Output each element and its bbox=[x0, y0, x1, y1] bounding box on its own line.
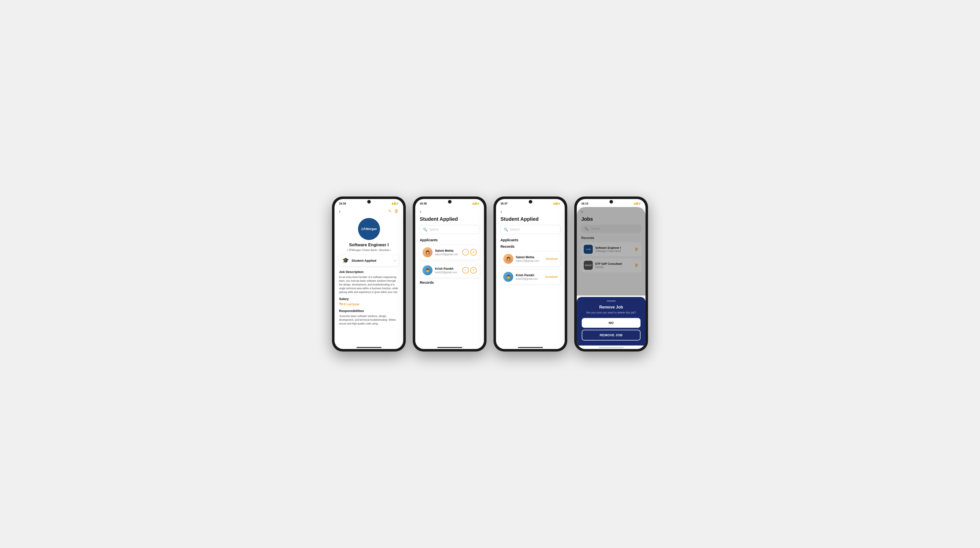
records-label-3: Records bbox=[496, 244, 565, 249]
status-icons-4: ⚠️📶🔋 bbox=[633, 202, 641, 205]
search-icon-3: 🔍 bbox=[504, 228, 508, 231]
phone-2-content: ‹ Student Applied 🔍 Search Applicants 👩 … bbox=[415, 207, 484, 346]
phone-3-page-header: ‹ bbox=[496, 207, 565, 215]
home-indicator-3 bbox=[518, 347, 543, 348]
phone-4: 16:13 ⚠️📶🔋 ‹ Jobs 🔍 Search Records bbox=[574, 196, 648, 352]
applicants-label-2: Applicants bbox=[415, 238, 484, 242]
phone-2-page-header: ‹ bbox=[415, 207, 484, 215]
phone-3-screen: 16:37 ⚠️📶🔋 ‹ Student Applied 🔍 Search Ap… bbox=[496, 199, 565, 349]
dim-overlay bbox=[577, 207, 646, 295]
job-description-text: As an entry-level member of a software e… bbox=[334, 275, 403, 294]
page-title-2: Student Applied bbox=[415, 215, 484, 225]
search-placeholder-2: Search bbox=[429, 228, 439, 231]
status-declined-1: Declined bbox=[546, 257, 557, 260]
student-emoji-icon: 🎓 bbox=[342, 257, 349, 264]
remove-job-modal: Remove Job Are you sure you want to dele… bbox=[577, 297, 646, 346]
record-info-1: Saloni Mehta saloni19@gmail.com bbox=[516, 255, 544, 262]
record-email-1: saloni19@gmail.com bbox=[516, 260, 544, 262]
status-accepted-2: Accepted bbox=[545, 275, 557, 278]
record-email-2: krish20@gmail.com bbox=[516, 277, 542, 280]
decline-button-2[interactable]: ✕ bbox=[470, 267, 477, 274]
camera-notch-2 bbox=[448, 200, 452, 204]
phone-1-header: ‹ ✎ 🗑 bbox=[334, 207, 403, 217]
status-icons-2: ⚠️📶🔋 bbox=[472, 202, 479, 205]
student-applied-left: 🎓 Student Applied bbox=[342, 257, 376, 264]
jobs-content: ‹ Jobs 🔍 Search Records J.P.M Software E… bbox=[577, 207, 646, 346]
student-applied-label: Student Applied bbox=[352, 259, 376, 263]
applicant-email-1: saloni19@gmail.com bbox=[435, 253, 460, 256]
applicant-card-2: 👨 Krish Parekh krish20@gmail.com ✓ ✕ bbox=[419, 263, 480, 278]
status-time-2: 16:36 bbox=[420, 202, 427, 205]
record-info-2: Krish Parekh krish20@gmail.com bbox=[516, 274, 542, 280]
status-icons-1: ⚠️📶🔋 bbox=[391, 202, 399, 205]
records-label-2: Records bbox=[415, 280, 484, 285]
home-indicator-1 bbox=[356, 347, 382, 348]
job-title: Software Engineer I bbox=[334, 242, 403, 247]
salary-amount: ₹8.0 Lac/year bbox=[334, 302, 403, 306]
applicant-email-2: krish20@gmail.com bbox=[435, 271, 460, 274]
phone-1: 16:34 ⚠️📶🔋 ‹ ✎ 🗑 J.P.Morgan Softwar bbox=[332, 196, 406, 352]
back-button-2[interactable]: ‹ bbox=[420, 209, 421, 214]
phone-1-screen: 16:34 ⚠️📶🔋 ‹ ✎ 🗑 J.P.Morgan Softwar bbox=[334, 199, 403, 349]
remove-job-button[interactable]: REMOVE JOB bbox=[582, 330, 641, 341]
home-indicator-2 bbox=[437, 347, 462, 348]
no-button[interactable]: NO bbox=[582, 318, 641, 328]
applicant-name-2: Krish Parekh bbox=[435, 267, 460, 271]
search-box-3[interactable]: 🔍 Search bbox=[500, 225, 561, 234]
applicant-card-1: 👩 Saloni Mehta saloni19@gmail.com ✓ ✕ bbox=[419, 244, 480, 260]
modal-subtitle: Are you sure you want to delete this job… bbox=[582, 311, 641, 314]
salary-title: Salary bbox=[334, 297, 403, 301]
record-card-2: 👨 Krish Parekh krish20@gmail.com Accepte… bbox=[500, 269, 561, 285]
job-description-title: Job Description bbox=[334, 270, 403, 274]
record-name-1: Saloni Mehta bbox=[516, 255, 544, 259]
chevron-right-icon: › bbox=[394, 258, 396, 263]
phone-1-content: ‹ ✎ 🗑 J.P.Morgan Software Engineer I • J… bbox=[334, 207, 403, 346]
camera-notch-4 bbox=[609, 200, 613, 204]
modal-handle bbox=[607, 301, 616, 301]
company-logo-container: J.P.Morgan bbox=[334, 218, 403, 240]
responsibilities-title: Responsibilities bbox=[334, 309, 403, 313]
accept-button-1[interactable]: ✓ bbox=[462, 249, 469, 255]
edit-icon-1[interactable]: ✎ bbox=[388, 209, 392, 214]
modal-title: Remove Job bbox=[582, 305, 641, 309]
record-name-2: Krish Parekh bbox=[516, 274, 542, 277]
home-indicator-4 bbox=[599, 347, 624, 348]
decline-button-1[interactable]: ✕ bbox=[470, 249, 477, 255]
status-time-1: 16:34 bbox=[339, 202, 346, 205]
phone-2-screen: 16:36 ⚠️📶🔋 ‹ Student Applied 🔍 Search Ap… bbox=[415, 199, 484, 349]
search-box-2[interactable]: 🔍 Search bbox=[419, 225, 480, 234]
applicant-actions-1: ✓ ✕ bbox=[462, 249, 477, 255]
applicants-label-3: Applicants bbox=[496, 238, 565, 242]
responsibilities-text: -Executes basic software solutions, desi… bbox=[334, 314, 403, 325]
avatar-saloni-2: 👩 bbox=[423, 247, 433, 257]
phone-4-screen: 16:13 ⚠️📶🔋 ‹ Jobs 🔍 Search Records bbox=[577, 199, 646, 349]
accept-button-2[interactable]: ✓ bbox=[462, 267, 469, 274]
applicant-actions-2: ✓ ✕ bbox=[462, 267, 477, 274]
avatar-krish-3: 👨 bbox=[503, 272, 513, 282]
avatar-krish-2: 👨 bbox=[423, 265, 433, 275]
avatar-saloni-3: 👩 bbox=[503, 254, 513, 264]
search-icon-2: 🔍 bbox=[423, 228, 427, 231]
screenshot-container: 16:34 ⚠️📶🔋 ‹ ✎ 🗑 J.P.Morgan Softwar bbox=[332, 196, 648, 352]
record-card-1: 👩 Saloni Mehta saloni19@gmail.com Declin… bbox=[500, 251, 561, 266]
camera-notch-1 bbox=[367, 200, 371, 204]
job-company: • JPMorgan Chase Bank • Mumbai • bbox=[334, 249, 403, 252]
applicant-name-1: Saloni Mehta bbox=[435, 249, 460, 253]
back-button-3[interactable]: ‹ bbox=[501, 209, 502, 214]
delete-icon-1[interactable]: 🗑 bbox=[394, 209, 399, 214]
applicant-info-2: Krish Parekh krish20@gmail.com bbox=[435, 267, 460, 274]
status-time-4: 16:13 bbox=[581, 202, 588, 205]
phone-3-content: ‹ Student Applied 🔍 Search Applicants Re… bbox=[496, 207, 565, 346]
applicant-info-1: Saloni Mehta saloni19@gmail.com bbox=[435, 249, 460, 256]
search-placeholder-3: Search bbox=[510, 228, 520, 231]
header-actions-1: ✎ 🗑 bbox=[388, 209, 399, 214]
phone-2: 16:36 ⚠️📶🔋 ‹ Student Applied 🔍 Search Ap… bbox=[413, 196, 487, 352]
back-button-1[interactable]: ‹ bbox=[339, 209, 340, 214]
camera-notch-3 bbox=[529, 200, 532, 204]
company-logo: J.P.Morgan bbox=[358, 218, 380, 240]
status-icons-3: ⚠️📶🔋 bbox=[553, 202, 560, 205]
page-title-3: Student Applied bbox=[496, 215, 565, 225]
status-time-3: 16:37 bbox=[501, 202, 508, 205]
student-applied-card[interactable]: 🎓 Student Applied › bbox=[339, 255, 399, 266]
phone-3: 16:37 ⚠️📶🔋 ‹ Student Applied 🔍 Search Ap… bbox=[493, 196, 567, 352]
